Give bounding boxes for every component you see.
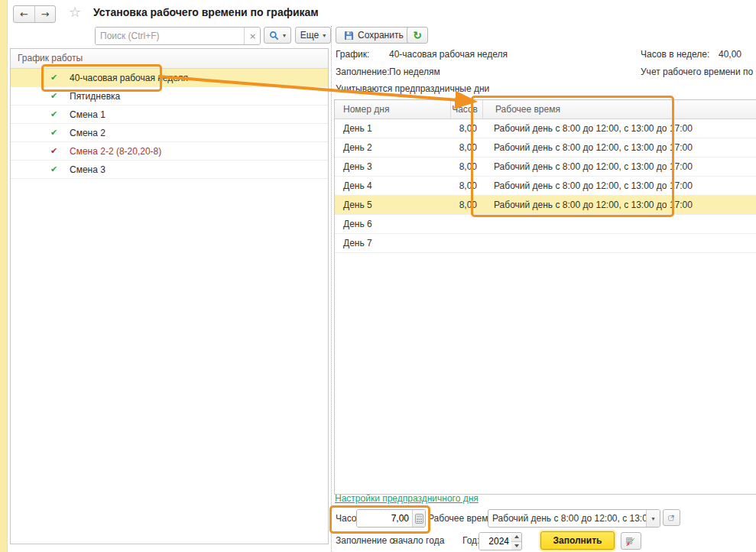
search-input[interactable] [96,28,244,44]
hours-cell [450,215,482,233]
day-table-header: Номер дня Часов Рабочее время [335,100,756,119]
preholiday-hours-field [356,509,426,528]
fill-method-value: По неделям [389,67,440,77]
open-worktime-button[interactable] [663,509,680,526]
list-item-label: Смена 2-2 (8-20,20-8) [70,146,161,157]
list-item-schedule[interactable]: ✔ 40-часовая рабочая неделя [11,69,328,87]
save-floppy-icon [344,31,354,41]
hours-cell: 8,00 [450,177,482,195]
check-icon: ✔ [50,73,61,83]
table-row[interactable]: День 1 8,00 Рабочий день с 8:00 до 12:00… [335,119,756,138]
preholiday-note: Учитываются предпраздничные дни [336,83,489,94]
page-title: Установка рабочего времени по графикам [93,6,319,18]
more-button[interactable]: Еще ▾ [295,27,331,44]
list-item-label: Смена 3 [70,164,105,175]
day-cell: День 4 [335,177,450,195]
table-row[interactable]: День 7 [335,234,756,253]
table-row[interactable]: День 6 [335,215,756,234]
app-window: ← → ☆ Установка рабочего времени по граф… [0,0,756,552]
day-cell: День 5 [335,196,450,214]
clear-search-button[interactable]: × [244,28,260,44]
nav-button-group: ← → [13,5,56,23]
fill-button[interactable]: Заполнить [540,531,615,550]
column-header-day[interactable]: Номер дня [335,100,451,119]
column-header-hours[interactable]: Часов [451,100,483,119]
list-item-label: Смена 2 [70,128,105,138]
svg-text:✗: ✗ [626,541,631,547]
refresh-button[interactable]: ↻ [407,27,428,44]
save-button-label: Сохранить [358,30,404,41]
favorite-star-icon[interactable]: ☆ [69,4,81,20]
search-icon [269,31,279,41]
spin-up-button[interactable] [511,533,521,541]
table-row[interactable]: День 3 8,00 Рабочий день с 8:00 до 12:00… [335,157,756,177]
calculator-button[interactable] [412,510,425,527]
time-tracking-note: Учет рабочего времени по расп [641,67,756,77]
list-item-label: 40-часовая рабочая неделя [70,73,188,83]
search-box: × [95,27,261,45]
day-table: Номер дня Часов Рабочее время День 1 8,0… [334,99,756,495]
left-accent-stripe [0,0,8,552]
table-check-cross-icon: ✓ ✗ [626,535,636,547]
fill-method-label: Заполнение: [336,67,389,77]
list-item-schedule[interactable]: ✔ Смена 1 [11,106,328,124]
fill-by-template-button[interactable]: ✓ ✗ [621,532,641,550]
save-button[interactable]: Сохранить [336,27,412,44]
day-cell: День 3 [335,157,450,176]
refresh-icon: ↻ [413,29,422,41]
combo-value: Рабочий день с 8:00 до 12:00, с 13:00 д [488,510,646,527]
check-icon: ✔ [50,146,61,156]
check-icon: ✔ [50,91,61,101]
fill-from-label: Заполнение с: [336,535,397,546]
preholiday-worktime-label: Рабочее время: [428,513,495,524]
preholiday-worktime-combo[interactable]: Рабочий день с 8:00 до 12:00, с 13:00 д … [488,509,660,528]
year-spinner [511,532,522,550]
fill-from-value: начало года [393,535,444,546]
worktime-cell: Рабочий день с 8:00 до 12:00, с 13:00 до… [482,177,756,195]
list-item-label: Пятидневка [70,91,120,102]
schedule-list-panel: График работы ✔ 40-часовая рабочая недел… [10,48,329,544]
chevron-down-icon: ▾ [651,515,654,522]
table-row[interactable]: День 4 8,00 Рабочий день с 8:00 до 12:00… [335,177,756,196]
hours-cell: 8,00 [450,119,482,138]
day-cell: День 1 [335,119,450,138]
worktime-cell [482,215,756,233]
search-options-button[interactable]: ▾ [264,27,291,44]
hours-per-week-label: Часов в неделе: [641,49,709,60]
spin-down-button[interactable] [511,541,521,550]
day-cell: День 2 [335,138,450,157]
column-header-worktime[interactable]: Рабочее время [483,100,756,119]
table-row-selected[interactable]: День 5 8,00 Рабочий день с 8:00 до 12:00… [335,196,756,215]
year-field [479,532,513,550]
year-label: Год: [462,535,479,546]
preholiday-hours-input[interactable] [357,510,412,527]
list-item-schedule[interactable]: ✔ Смена 3 [11,161,328,179]
open-form-icon [668,513,675,522]
forward-button[interactable]: → [34,6,55,22]
worktime-cell: Рабочий день с 8:00 до 12:00, с 13:00 до… [482,157,756,176]
chevron-down-icon: ▾ [283,32,286,39]
svg-text:✓: ✓ [631,537,636,543]
list-item-schedule[interactable]: ✔ Смена 2 [11,124,328,142]
worktime-cell: Рабочий день с 8:00 до 12:00, с 13:00 до… [482,119,756,138]
list-item-schedule[interactable]: ✔ Пятидневка [11,87,328,106]
check-icon: ✔ [50,128,61,138]
panel-splitter[interactable] [331,26,332,552]
worktime-cell: Рабочий день с 8:00 до 12:00, с 13:00 до… [482,196,756,214]
year-input[interactable] [479,533,512,550]
list-item-schedule[interactable]: ✔ Смена 2-2 (8-20,20-8) [11,142,328,161]
calculator-icon [415,514,423,524]
worktime-cell [482,234,756,252]
preholiday-settings-link[interactable]: Настройки предпраздничного дня [335,493,479,504]
schedule-list-header: График работы [11,49,328,69]
triangle-up-icon [514,535,519,538]
table-row[interactable]: День 2 8,00 Рабочий день с 8:00 до 12:00… [335,138,756,157]
back-button[interactable]: ← [14,6,34,22]
hours-cell: 8,00 [450,196,482,214]
forward-icon: → [41,8,50,20]
day-cell: День 6 [335,215,450,233]
check-icon: ✔ [50,164,61,174]
hours-cell: 8,00 [450,157,482,176]
triangle-down-icon [514,544,519,547]
combo-dropdown-button[interactable]: ▾ [646,510,660,527]
